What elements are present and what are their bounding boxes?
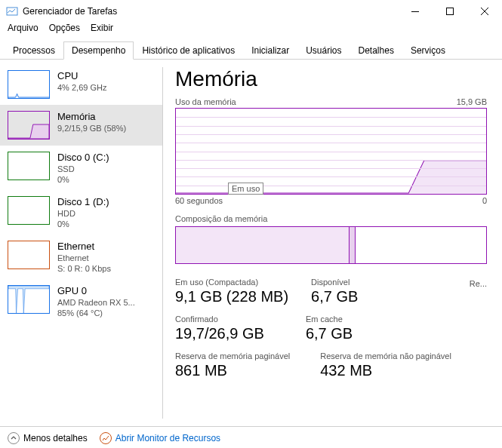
window-controls [398, 0, 502, 23]
x-left: 60 segundos [175, 196, 223, 205]
resource-monitor-label: Abrir Monitor de Recursos [115, 433, 220, 443]
sidebar-title: Disco 1 (D:) [57, 196, 109, 207]
sidebar-info: Memória 9,2/15,9 GB (58%) [57, 111, 126, 133]
stat-label: Reserva de memória não paginável [320, 351, 451, 361]
titlebar: Gerenciador de Tarefas [0, 0, 502, 23]
page-title: Memória [175, 67, 487, 91]
memory-thumb [8, 111, 50, 140]
sidebar-info: Disco 0 (C:) SSD 0% [57, 152, 109, 184]
sidebar-item-cpu[interactable]: CPU 4% 2,69 GHz [0, 64, 162, 105]
sidebar-title: Memória [57, 111, 126, 122]
resource-link-truncated[interactable]: Re... [470, 279, 487, 288]
window-title: Gerenciador de Tarefas [23, 6, 398, 17]
stat-inuse: Em uso (Compactada) 9,1 GB (228 MB) [175, 278, 288, 305]
tab-startup[interactable]: Inicializar [243, 41, 297, 60]
stat-label: Em cache [306, 315, 353, 324]
tab-processes[interactable]: Processos [5, 41, 63, 60]
tabs: Processos Desempenho Histórico de aplica… [0, 41, 502, 60]
memory-usage-chart[interactable] [175, 108, 487, 195]
stat-value: 9,1 GB (228 MB) [175, 288, 288, 305]
sidebar-item-disk0[interactable]: Disco 0 (C:) SSD 0% [0, 146, 162, 190]
close-button[interactable] [467, 0, 502, 23]
menu-options[interactable]: Opções [49, 23, 80, 38]
sidebar-title: Ethernet [57, 241, 111, 252]
sidebar-info: Disco 1 (D:) HDD 0% [57, 196, 109, 229]
sidebar-sub: HDD [57, 209, 109, 218]
stat-label: Confirmado [175, 315, 264, 324]
sidebar-title: Disco 0 (C:) [57, 152, 109, 163]
chart-header: Uso da memória 15,9 GB [175, 97, 487, 106]
tab-apphistory[interactable]: Histórico de aplicativos [134, 41, 243, 60]
svg-rect-0 [7, 8, 17, 15]
max-label: 15,9 GB [457, 97, 487, 106]
stat-value: 6,7 GB [306, 325, 353, 342]
stat-nonpaged: Reserva de memória não paginável 432 MB [320, 351, 451, 379]
ethernet-thumb [8, 241, 50, 269]
sidebar-sub: SSD [57, 164, 109, 173]
stat-label: Disponível [311, 278, 358, 287]
stat-value: 432 MB [320, 362, 451, 379]
disk1-thumb [8, 196, 50, 225]
fewer-details-label: Menos detalhes [23, 433, 88, 443]
stat-value: 861 MB [175, 362, 290, 379]
menubar: Arquivo Opções Exibir [0, 23, 502, 38]
tab-performance[interactable]: Desempenho [63, 41, 134, 60]
app-icon [6, 5, 18, 17]
stat-label: Reserva de memória paginável [175, 351, 290, 361]
chevron-up-icon [8, 432, 20, 444]
svg-rect-1 [411, 11, 419, 12]
sidebar-sub2: 0% [57, 175, 109, 184]
sidebar-item-memory[interactable]: Memória 9,2/15,9 GB (58%) [0, 105, 162, 146]
stat-value: 19,7/26,9 GB [175, 325, 264, 342]
sidebar-item-disk1[interactable]: Disco 1 (D:) HDD 0% [0, 190, 162, 235]
sidebar-sub: 9,2/15,9 GB (58%) [57, 124, 126, 133]
sidebar-sub2: 85% (64 °C) [57, 308, 135, 318]
tab-users[interactable]: Usuários [297, 41, 350, 60]
stat-label: Em uso (Compactada) [175, 278, 288, 287]
stat-committed: Confirmado 19,7/26,9 GB [175, 315, 264, 342]
sidebar-sub: Ethernet [57, 253, 111, 262]
sidebar-sub2: 0% [57, 219, 109, 229]
cpu-thumb [8, 70, 50, 99]
usage-label: Uso da memória [175, 97, 236, 106]
disk0-thumb [8, 152, 50, 180]
svg-rect-2 [447, 8, 454, 15]
sidebar-title: CPU [57, 70, 106, 81]
content: CPU 4% 2,69 GHz Memória 9,2/15,9 GB (58%… [0, 60, 502, 426]
main-panel: Memória Uso da memória 15,9 GB 60 segund… [163, 60, 502, 426]
composition-label: Composição da memória [175, 214, 487, 223]
stat-cached: Em cache 6,7 GB [306, 315, 353, 342]
sidebar-item-ethernet[interactable]: Ethernet Ethernet S: 0 R: 0 Kbps [0, 235, 162, 279]
gpu0-thumb [8, 285, 50, 314]
stat-paged: Reserva de memória paginável 861 MB [175, 351, 290, 379]
stat-value: 6,7 GB [311, 288, 358, 305]
tab-services[interactable]: Serviços [402, 41, 454, 60]
memory-composition-chart[interactable] [175, 226, 487, 264]
sidebar: CPU 4% 2,69 GHz Memória 9,2/15,9 GB (58%… [0, 60, 162, 426]
minimize-button[interactable] [398, 0, 433, 23]
sidebar-sub: AMD Radeon RX 5... [57, 298, 135, 307]
tooltip: Em uso [228, 183, 263, 195]
stat-available: Disponível 6,7 GB [311, 278, 358, 305]
tab-details[interactable]: Detalhes [350, 41, 402, 60]
sidebar-item-gpu0[interactable]: GPU 0 AMD Radeon RX 5... 85% (64 °C) [0, 279, 162, 324]
sidebar-info: CPU 4% 2,69 GHz [57, 70, 106, 92]
footer: Menos detalhes Abrir Monitor de Recursos [0, 426, 502, 448]
menu-file[interactable]: Arquivo [8, 23, 38, 38]
sidebar-sub: 4% 2,69 GHz [57, 83, 106, 92]
fewer-details-button[interactable]: Menos detalhes [8, 432, 88, 444]
sidebar-info: GPU 0 AMD Radeon RX 5... 85% (64 °C) [57, 285, 135, 318]
monitor-icon [100, 432, 112, 444]
sidebar-sub2: S: 0 R: 0 Kbps [57, 264, 111, 273]
menu-view[interactable]: Exibir [91, 23, 113, 38]
sidebar-title: GPU 0 [57, 285, 135, 296]
stats: Em uso (Compactada) 9,1 GB (228 MB) Disp… [175, 278, 487, 388]
chart-footer: 60 segundos Em uso 0 [175, 196, 487, 205]
open-resource-monitor-button[interactable]: Abrir Monitor de Recursos [100, 432, 220, 444]
sidebar-info: Ethernet Ethernet S: 0 R: 0 Kbps [57, 241, 111, 273]
maximize-button[interactable] [433, 0, 467, 23]
x-right: 0 [482, 196, 487, 205]
